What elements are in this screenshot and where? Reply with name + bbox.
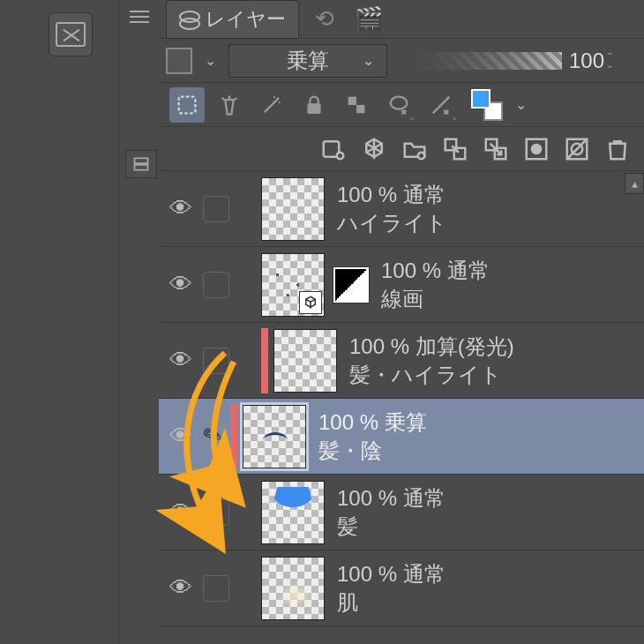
svg-rect-17 [135, 165, 148, 170]
opacity-number: 100 [569, 49, 604, 73]
panel-tab-bar: レイヤー ⟲ 🎬 [159, 0, 644, 39]
tab-label: レイヤー [206, 6, 286, 33]
two-pane-icon[interactable] [125, 150, 157, 178]
lock-checkbox[interactable] [203, 575, 229, 602]
delete-layer-button[interactable] [602, 133, 633, 165]
apply-mask-button[interactable] [561, 133, 593, 165]
lock-checkbox[interactable] [203, 272, 229, 298]
opacity-slider[interactable] [394, 52, 562, 70]
visibility-eye-icon[interactable]: 👁 [159, 271, 203, 298]
visibility-eye-icon[interactable]: 👁 [159, 574, 203, 602]
new-3d-layer-button[interactable] [358, 133, 390, 165]
svg-point-13 [531, 143, 543, 154]
layer-name: 髪・陰 [318, 437, 427, 464]
lock-checkbox[interactable] [203, 499, 229, 526]
new-folder-button[interactable] [399, 133, 431, 165]
opacity-value[interactable]: 100 ⌃⌄ [569, 49, 613, 73]
svg-rect-0 [179, 96, 196, 113]
layer-mask-button[interactable] [520, 133, 552, 165]
layer-thumbnail[interactable] [273, 329, 337, 393]
layer-row[interactable]: 👁 100 % 通常 髪 [159, 475, 644, 550]
blend-mode-value: 乗算 [287, 47, 329, 75]
svg-rect-3 [356, 105, 364, 113]
layer-row[interactable]: 👁 ✎ 100 % 乗算 髪・陰 [159, 399, 644, 475]
cube-badge-icon [299, 291, 322, 314]
visibility-eye-icon[interactable]: 👁 [159, 423, 203, 450]
layer-thumbnail[interactable] [243, 405, 306, 468]
lock-checkbox[interactable] [203, 196, 229, 222]
panel-menu-icon[interactable] [128, 5, 151, 28]
transfer-down-button[interactable] [439, 133, 471, 165]
tab-layers[interactable]: レイヤー [166, 0, 299, 39]
chevron-down-icon[interactable]: ⌄ [510, 96, 532, 113]
svg-rect-2 [348, 96, 356, 104]
wand-icon[interactable] [254, 87, 289, 123]
lock-icon[interactable] [296, 87, 332, 123]
left-sidebar [0, 0, 119, 644]
layer-mask-thumbnail[interactable] [333, 267, 369, 303]
layer-opacity-mode: 100 % 通常 [337, 484, 446, 512]
merge-down-button[interactable] [480, 133, 512, 165]
layer-opacity-mode: 100 % 加算(発光) [349, 333, 514, 360]
layer-name: 髪 [337, 513, 446, 540]
visibility-eye-icon[interactable]: 👁 [159, 195, 203, 222]
visibility-eye-icon[interactable]: 👁 [159, 498, 203, 526]
clipping-indicator [261, 328, 268, 393]
layer-lock-toolbar: ⌄ ⌄ ⌄ [159, 83, 644, 127]
clipping-indicator [230, 404, 237, 469]
layer-row[interactable]: 👁 100 % 加算(発光) 髪・ハイライト [159, 323, 644, 399]
checker-icon[interactable] [339, 87, 374, 123]
blend-row: ⌄ 乗算 ⌄ 100 ⌃⌄ [159, 39, 644, 83]
lighthouse-icon[interactable] [212, 87, 247, 123]
layer-name: ハイライト [337, 209, 447, 236]
svg-point-4 [391, 96, 408, 109]
lock-transparent-button[interactable] [169, 87, 205, 123]
layer-thumbnail[interactable] [261, 557, 325, 620]
ruler-x-icon[interactable]: ⌄ [423, 87, 459, 123]
svg-rect-16 [135, 158, 148, 163]
layers-stack-icon [179, 9, 200, 30]
scroll-up-button[interactable]: ▴ [625, 173, 644, 194]
fg-bg-color[interactable] [471, 89, 503, 121]
layer-opacity-mode: 100 % 通常 [337, 560, 446, 588]
timeline-icon[interactable]: 🎬 [350, 4, 387, 35]
layer-thumbnail[interactable] [261, 177, 325, 241]
svg-rect-1 [308, 103, 320, 113]
visibility-eye-icon[interactable]: 👁 [159, 347, 203, 374]
new-raster-layer-button[interactable] [318, 133, 349, 165]
palette-swatch[interactable] [166, 48, 192, 74]
spinner-icon[interactable]: ⌃⌄ [606, 52, 613, 70]
layer-list: 👁 100 % 通常 ハイライト 👁 100 % 通 [159, 171, 644, 626]
layer-name: 線画 [381, 285, 490, 312]
lock-checkbox[interactable] [203, 348, 229, 374]
layer-name: 髪・ハイライト [349, 361, 514, 388]
layer-row[interactable]: 👁 100 % 通常 線画 [159, 247, 644, 323]
layer-opacity-mode: 100 % 乗算 [318, 408, 427, 436]
blend-mode-select[interactable]: 乗算 ⌄ [228, 44, 387, 78]
layer-thumbnail[interactable] [261, 481, 325, 544]
layer-ops-toolbar [159, 127, 644, 171]
lasso-x-icon[interactable]: ⌄ [381, 87, 416, 123]
layer-thumbnail[interactable] [261, 253, 325, 317]
undo-icon[interactable]: ⟲ [306, 4, 343, 35]
chevron-down-icon[interactable]: ⌄ [199, 52, 221, 69]
layer-row[interactable]: 👁 100 % 通常 肌 [159, 550, 644, 626]
layer-opacity-mode: 100 % 通常 [337, 181, 447, 208]
layer-row[interactable]: 👁 100 % 通常 ハイライト [159, 171, 644, 247]
layer-name: 肌 [337, 588, 446, 616]
toolbox-icon[interactable] [49, 12, 93, 56]
layer-opacity-mode: 100 % 通常 [381, 257, 490, 284]
layers-panel: レイヤー ⟲ 🎬 ⌄ 乗算 ⌄ 100 ⌃⌄ [159, 0, 644, 644]
chevron-down-icon: ⌄ [357, 52, 379, 69]
